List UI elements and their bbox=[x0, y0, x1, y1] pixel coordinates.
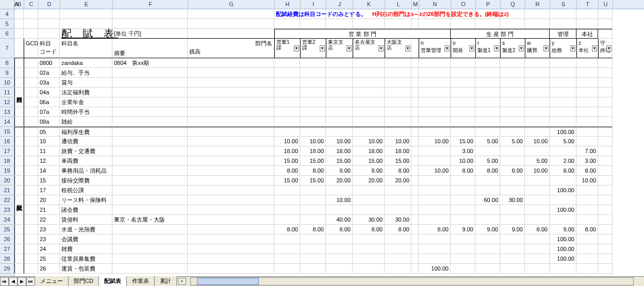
col-header-R[interactable]: R bbox=[525, 0, 550, 9]
sheet-tab[interactable]: メニュー bbox=[35, 276, 69, 286]
value: 10.00 bbox=[419, 166, 451, 176]
tab-prev-icon[interactable]: ◀ bbox=[9, 277, 18, 286]
col-header-G[interactable]: G bbox=[188, 0, 275, 9]
col-header-D[interactable]: D bbox=[39, 0, 60, 9]
col-header-E[interactable]: E bbox=[60, 0, 113, 9]
name: 雑費 bbox=[60, 244, 112, 254]
row-header[interactable]: 8 bbox=[0, 58, 14, 68]
row-header[interactable]: 11 bbox=[0, 88, 14, 97]
row-header[interactable]: 18 bbox=[0, 156, 14, 166]
value bbox=[385, 254, 411, 264]
horizontal-scrollbar[interactable] bbox=[190, 277, 634, 285]
value: 7.00 bbox=[576, 146, 598, 156]
value: 8.00 bbox=[385, 225, 411, 234]
value: 8.00 bbox=[550, 166, 576, 176]
value: 100.00 bbox=[550, 205, 576, 215]
row-number-column: 4567891011121314151617181920212223242526… bbox=[0, 9, 14, 276]
row-header[interactable]: 15 bbox=[0, 127, 14, 137]
title-main: 配 賦 表 bbox=[60, 29, 112, 39]
row-header[interactable]: 10 bbox=[0, 78, 14, 88]
value bbox=[525, 176, 550, 186]
value: 8.00 bbox=[326, 166, 353, 176]
dropdown-icon[interactable]: ▾ bbox=[346, 45, 352, 52]
value: 10.00 bbox=[353, 137, 385, 146]
col-header-I[interactable]: I bbox=[301, 0, 326, 9]
row-header[interactable]: 28 bbox=[0, 254, 14, 264]
row-header[interactable]: 13 bbox=[0, 107, 14, 117]
dropdown-icon[interactable]: ▾ bbox=[519, 45, 524, 52]
tab-next-icon[interactable]: ▶ bbox=[18, 277, 26, 286]
row-header[interactable]: 12 bbox=[0, 97, 14, 107]
col-header-F[interactable]: F bbox=[113, 0, 188, 9]
new-tab-button[interactable]: ✶ bbox=[178, 278, 186, 285]
sheet-tab[interactable]: 累計 bbox=[154, 276, 177, 286]
row-header[interactable]: 5 bbox=[0, 19, 14, 29]
col-header-J[interactable]: J bbox=[326, 0, 353, 9]
sheet-tab[interactable]: 部門CD bbox=[68, 276, 99, 286]
value: 18.00 bbox=[353, 146, 385, 156]
row-header[interactable]: 14 bbox=[0, 117, 14, 127]
tab-first-icon[interactable]: ⏮ bbox=[0, 277, 9, 286]
row-header[interactable]: 22 bbox=[0, 195, 14, 205]
hdr-kname: 科目名 bbox=[60, 39, 112, 58]
row-header[interactable]: 4 bbox=[0, 9, 14, 19]
value bbox=[525, 205, 550, 215]
col-header-C[interactable]: C bbox=[24, 0, 39, 9]
sheet-tab[interactable]: 配賦表 bbox=[98, 276, 127, 286]
row-header[interactable]: 16 bbox=[0, 137, 14, 146]
scroll-thumb[interactable] bbox=[197, 278, 259, 285]
grid-area[interactable]: 配賦経費は科目コードのみとする。 H列右の部門はa～zの26部門を設定できる。(… bbox=[14, 9, 644, 276]
col-header-Q[interactable]: Q bbox=[501, 0, 525, 9]
col-header-T[interactable]: T bbox=[577, 0, 599, 9]
dropdown-icon[interactable]: ▾ bbox=[592, 45, 597, 52]
col-header-O[interactable]: O bbox=[451, 0, 476, 9]
tab-nav-buttons[interactable]: ⏮ ◀ ▶ ⏭ bbox=[0, 277, 35, 286]
dropdown-icon[interactable]: ▾ bbox=[494, 45, 499, 52]
value bbox=[274, 264, 300, 274]
dropdown-icon[interactable]: ▾ bbox=[378, 45, 384, 52]
value bbox=[385, 205, 411, 215]
dropdown-icon[interactable]: ▾ bbox=[543, 45, 549, 52]
row-header[interactable]: 26 bbox=[0, 234, 14, 244]
row-header[interactable]: 7 bbox=[0, 39, 14, 58]
row-header[interactable]: 23 bbox=[0, 205, 14, 215]
dropdown-icon[interactable]: ▾ bbox=[405, 45, 410, 52]
row-header[interactable]: 19 bbox=[0, 166, 14, 176]
col-header-P[interactable]: P bbox=[476, 0, 501, 9]
value: 5.00 bbox=[550, 137, 576, 146]
value bbox=[353, 244, 385, 254]
col-header-B[interactable]: B bbox=[15, 0, 24, 9]
row-header[interactable]: 6 bbox=[0, 29, 14, 39]
col-header-U[interactable]: U bbox=[599, 0, 613, 9]
row-header[interactable]: 24 bbox=[0, 215, 14, 225]
row-header[interactable]: 17 bbox=[0, 146, 14, 156]
col-header-S[interactable]: S bbox=[550, 0, 577, 9]
dropdown-icon[interactable]: ▾ bbox=[320, 45, 325, 52]
dropdown-icon[interactable]: ▾ bbox=[469, 45, 474, 52]
dropdown-icon[interactable]: ▾ bbox=[570, 45, 575, 52]
note: 0804 第xx期 bbox=[112, 58, 188, 68]
row-header[interactable]: 9 bbox=[0, 68, 14, 78]
col-header-L[interactable]: L bbox=[385, 0, 412, 9]
tab-last-icon[interactable]: ⏭ bbox=[26, 277, 35, 286]
row-header[interactable]: 27 bbox=[0, 244, 14, 254]
value bbox=[451, 215, 475, 225]
value: 8.00 bbox=[353, 225, 385, 234]
col-header-M[interactable]: M bbox=[412, 0, 419, 9]
value bbox=[326, 127, 353, 137]
row-header[interactable]: 25 bbox=[0, 225, 14, 234]
row-header[interactable]: 21 bbox=[0, 186, 14, 195]
dropdown-icon[interactable]: ▾ bbox=[444, 45, 450, 52]
dropdown-icon[interactable]: ▾ bbox=[606, 45, 612, 52]
row-header[interactable]: 29 bbox=[0, 264, 14, 274]
corner-cell[interactable] bbox=[0, 0, 14, 9]
col-header-H[interactable]: H bbox=[275, 0, 301, 9]
value bbox=[326, 205, 353, 215]
row-header[interactable]: 20 bbox=[0, 176, 14, 186]
col-header-N[interactable]: N bbox=[419, 0, 451, 9]
dropdown-icon[interactable]: ▾ bbox=[294, 45, 299, 52]
unit-label: [単位 千円] bbox=[112, 29, 188, 39]
sheet-tab[interactable]: 作業表 bbox=[126, 276, 155, 286]
col-header-K[interactable]: K bbox=[353, 0, 385, 9]
value: 30.00 bbox=[385, 215, 411, 225]
